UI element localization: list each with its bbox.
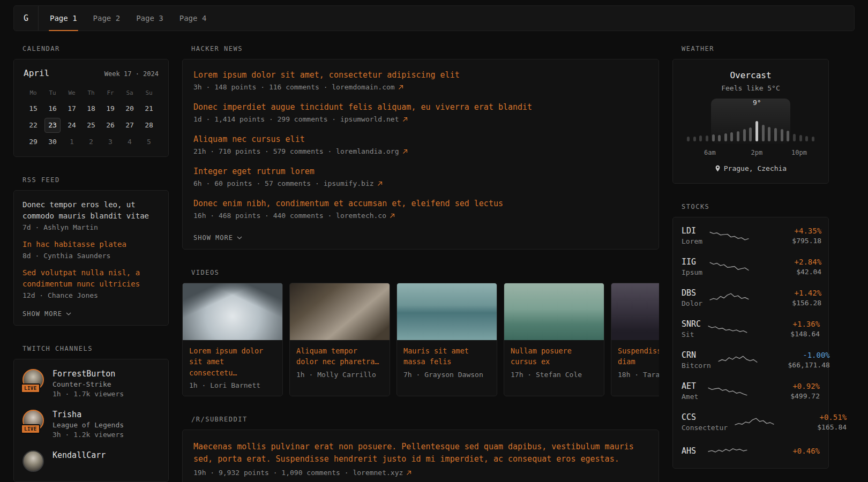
external-link-icon[interactable] (390, 213, 395, 219)
twitch-channel-row[interactable]: KendallCarr (23, 450, 160, 472)
weekday-label: Tu (43, 86, 62, 100)
reddit-post-title-link[interactable]: Maecenas mollis pulvinar erat non posuer… (193, 441, 648, 466)
stock-change: +2.84% (756, 258, 821, 266)
avatar-wrap: LIVE (23, 410, 45, 431)
rss-title-link[interactable]: Sed volutpat nulla nisl, a condimentum n… (23, 267, 160, 290)
weather-bar (749, 127, 752, 141)
video-thumbnail[interactable] (611, 283, 659, 340)
stock-row[interactable]: SNRC Sit +1.36% $148.64 (673, 313, 828, 344)
stock-change: +4.35% (756, 227, 821, 235)
stock-row[interactable]: AHS +0.46% (673, 438, 828, 465)
video-thumbnail[interactable] (290, 283, 390, 340)
video-card[interactable]: Suspendisse pretium diam 18h · Tara (611, 283, 659, 396)
stock-row[interactable]: DBS Dolor +1.42% $156.28 (673, 282, 828, 313)
video-thumbnail[interactable] (504, 283, 604, 340)
news-meta: 1d · 1,414 points · 299 comments · ipsum… (193, 115, 648, 123)
stock-price: $148.64 (754, 330, 820, 338)
tab-page-3[interactable]: Page 3 (128, 6, 171, 31)
stock-row[interactable]: CRN Bitcorn -1.00% $66,171.48 (673, 344, 828, 375)
external-link-icon[interactable] (377, 181, 383, 186)
tab-page-4[interactable]: Page 4 (171, 6, 215, 31)
stock-info: AHS (682, 446, 701, 457)
stock-row[interactable]: AET Amet +0.92% $499.72 (673, 375, 828, 406)
video-info: Aliquam tempor dolor nec pharetra… 1h · … (290, 340, 390, 385)
chevron-down-icon (66, 312, 71, 315)
news-meta: 16h · 468 points · 440 comments · loremt… (193, 212, 648, 220)
calendar-day-grid: 15 16 17 18 19 20 21 22 23 24 25 26 27 2… (24, 100, 159, 150)
stock-sparkline-chart (717, 352, 758, 368)
stock-row[interactable]: IIG Ipsum +2.84% $42.04 (673, 251, 828, 282)
video-title-link[interactable]: Mauris sit amet massa felis (403, 345, 490, 367)
video-info: Mauris sit amet massa felis 7h · Grayson… (397, 340, 497, 385)
news-meta-text: 1d · 1,414 points · 299 comments · ipsum… (193, 115, 399, 123)
news-title-link[interactable]: Donec enim nibh, condimentum et accumsan… (193, 199, 648, 208)
app-logo[interactable]: G (14, 6, 39, 31)
channel-game: League of Legends (53, 421, 124, 429)
news-show-more-button[interactable]: SHOW MORE (193, 234, 242, 242)
channel-info: KendallCarr (53, 450, 106, 460)
video-card[interactable]: Aliquam tempor dolor nec pharetra… 1h · … (289, 283, 390, 396)
video-card[interactable]: Mauris sit amet massa felis 7h · Grayson… (396, 283, 497, 396)
tab-page-2[interactable]: Page 2 (85, 6, 129, 31)
video-thumbnail[interactable] (183, 283, 282, 340)
videos-section: VIDEOS Lorem ipsum dolor sit amet consec… (182, 269, 659, 396)
stock-info: CRN Bitcorn (682, 350, 711, 370)
calendar-section: CALENDAR April Week 17 · 2024 Mo Tu We T… (13, 45, 169, 157)
twitch-section: TWITCH CHANNELS LIVE ForrestBurton Count… (13, 345, 169, 482)
twitch-channel-row[interactable]: LIVE Trisha League of Legends 3h · 1.2k … (23, 410, 160, 439)
news-item: Aliquam nec cursus elit 21h · 710 points… (193, 134, 648, 155)
video-title-link[interactable]: Nullam posuere cursus ex (511, 345, 597, 367)
stock-info: IIG Ipsum (682, 257, 702, 276)
channel-name: Trisha (53, 410, 124, 419)
channel-meta: 3h · 1.2k viewers (53, 431, 124, 439)
news-meta: 6h · 60 points · 57 comments · ipsumify.… (193, 179, 648, 187)
location-pin-icon (715, 165, 721, 172)
weather-bar (730, 132, 733, 141)
external-link-icon[interactable] (402, 117, 408, 122)
news-title-link[interactable]: Lorem ipsum dolor sit amet, consectetur … (193, 70, 648, 80)
stock-row[interactable]: LDI Lorem +4.35% $795.18 (673, 220, 828, 251)
external-link-icon[interactable] (406, 470, 411, 476)
stocks-section: STOCKS LDI Lorem +4.35% $795.18 (672, 203, 829, 469)
news-meta: 21h · 710 points · 579 comments · loreml… (193, 147, 648, 155)
video-card[interactable]: Nullam posuere cursus ex 17h · Stefan Co… (504, 283, 604, 396)
rss-title-link[interactable]: In hac habitasse platea (23, 239, 160, 250)
video-title-link[interactable]: Aliquam tempor dolor nec pharetra… (296, 345, 383, 367)
stock-info: CCS Consectetur (682, 412, 728, 432)
news-title-link[interactable]: Donec imperdiet augue tincidunt felis al… (193, 102, 648, 112)
video-thumbnail[interactable] (397, 283, 497, 340)
subreddit-section: /R/SUBREDDIT Maecenas mollis pulvinar er… (182, 416, 659, 482)
calendar-day: 20 (120, 100, 139, 117)
weather-feels-like: Feels like 5°C (683, 84, 819, 92)
stock-symbol: LDI (682, 226, 702, 236)
external-link-icon[interactable] (398, 85, 403, 90)
stock-sparkline-chart (709, 259, 750, 275)
weather-bar (774, 128, 777, 141)
stock-symbol: SNRC (682, 319, 701, 329)
stock-row[interactable]: CCS Consectetur +0.51% $165.84 (673, 406, 828, 438)
calendar-day: 22 (24, 117, 43, 133)
weather-bar (787, 131, 789, 141)
peak-temperature-label: 9° (753, 99, 761, 107)
video-title-link[interactable]: Suspendisse pretium diam (618, 345, 659, 367)
news-title-link[interactable]: Integer eget rutrum lorem (193, 167, 648, 176)
stock-sparkline-chart (707, 443, 748, 460)
video-title-link[interactable]: Lorem ipsum dolor sit amet consectetu… (189, 345, 276, 378)
rss-show-more-button[interactable]: SHOW MORE (23, 310, 71, 318)
weather-location: Prague, Czechia (683, 164, 819, 172)
rss-title-link[interactable]: Donec tempor eros leo, ut commodo mauris… (23, 199, 160, 222)
news-title-link[interactable]: Aliquam nec cursus elit (193, 134, 648, 144)
twitch-channel-row[interactable]: LIVE ForrestBurton Counter-Strike 1h · 1… (23, 369, 160, 398)
tab-page-1[interactable]: Page 1 (42, 6, 85, 31)
weather-time-labels: 6am 2pm 10pm (687, 149, 814, 157)
page-tabs: Page 1 Page 2 Page 3 Page 4 (42, 6, 214, 31)
section-title-videos: VIDEOS (191, 269, 659, 276)
video-card[interactable]: Lorem ipsum dolor sit amet consectetu… 1… (182, 283, 283, 396)
weather-bar (712, 134, 715, 141)
stock-name: Dolor (682, 299, 702, 307)
external-link-icon[interactable] (402, 149, 408, 154)
weekday-label: Su (139, 86, 159, 100)
calendar-day: 19 (101, 100, 120, 117)
calendar-day-next-month: 3 (101, 133, 120, 150)
calendar-day: 16 (43, 100, 62, 117)
